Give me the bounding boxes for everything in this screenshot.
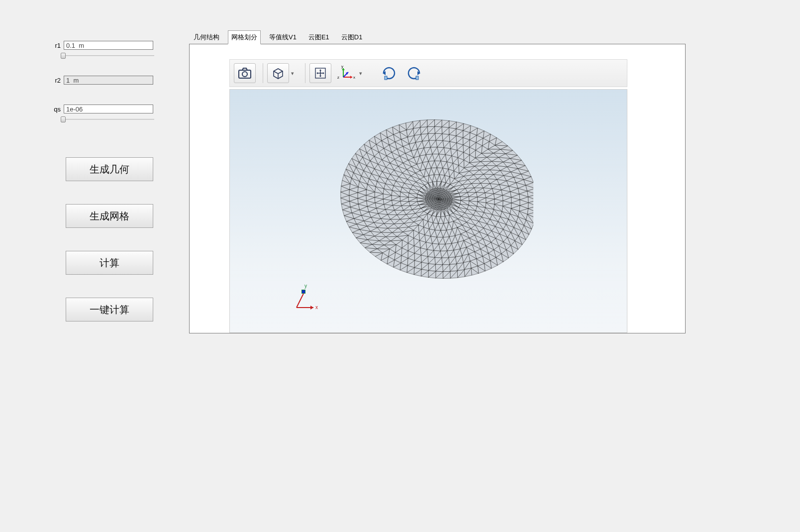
svg-text:z: z <box>337 75 339 80</box>
main-area: 几何结构 网格划分 等值线V1 云图E1 云图D1 <box>189 0 800 532</box>
snapshot-button[interactable] <box>234 63 256 83</box>
view-cube-button[interactable] <box>267 63 289 83</box>
one-click-compute-button[interactable]: 一键计算 <box>66 298 153 321</box>
svg-rect-13 <box>385 76 387 80</box>
svg-text:x: x <box>315 305 318 310</box>
svg-point-1 <box>242 72 247 77</box>
svg-rect-1513 <box>302 290 305 293</box>
axes-dropdown[interactable]: ▾ <box>359 70 367 77</box>
r1-slider[interactable] <box>50 53 154 59</box>
qs-slider[interactable] <box>50 116 154 122</box>
rotate-ccw-icon <box>405 65 422 82</box>
param-row-r1: r1 <box>50 41 189 50</box>
compute-button[interactable]: 计算 <box>66 251 153 275</box>
move-arrows-icon <box>314 67 327 80</box>
mesh-canvas[interactable]: x y <box>229 89 627 333</box>
viewer-toolbar: ▾ x y z <box>229 59 627 87</box>
parameters-panel: r1 r2 qs 生成几何 生成网格 计算 一键计算 <box>0 0 189 532</box>
axes-orientation-icon[interactable]: x y z <box>337 63 357 83</box>
param-label-qs: qs <box>50 106 61 113</box>
param-label-r1: r1 <box>50 42 61 49</box>
tab-contour-d1[interactable]: 云图D1 <box>338 30 366 44</box>
tab-isoline-v1[interactable]: 等值线V1 <box>266 30 300 44</box>
generate-geometry-button[interactable]: 生成几何 <box>66 157 153 181</box>
app-root: r1 r2 qs 生成几何 生成网格 计算 一键计算 几何结构 网格划分 等值线… <box>0 0 800 532</box>
toolbar-separator <box>263 63 263 83</box>
r2-field[interactable] <box>64 76 153 85</box>
generate-mesh-button[interactable]: 生成网格 <box>66 204 153 228</box>
toolbar-separator <box>305 63 305 83</box>
rotate-cw-icon <box>381 65 398 82</box>
param-label-r2: r2 <box>50 77 61 84</box>
svg-rect-15 <box>416 76 418 80</box>
rotate-cw-button[interactable] <box>378 63 400 83</box>
svg-marker-4 <box>350 76 352 79</box>
svg-text:x: x <box>353 75 355 80</box>
tab-contour-e1[interactable]: 云图E1 <box>305 30 333 44</box>
cube-icon <box>272 67 285 79</box>
rotate-ccw-button[interactable] <box>403 63 425 83</box>
viewer-panel: ▾ x y z <box>189 44 686 333</box>
view-cube-dropdown[interactable]: ▾ <box>291 70 299 77</box>
pan-button[interactable] <box>309 63 331 83</box>
svg-text:y: y <box>304 283 307 289</box>
tab-mesh[interactable]: 网格划分 <box>228 30 261 44</box>
axis-indicator-icon: x y <box>290 283 319 318</box>
mesh-visualization <box>324 114 533 304</box>
svg-line-1514 <box>297 294 303 308</box>
tab-geometry[interactable]: 几何结构 <box>190 30 223 44</box>
tab-bar: 几何结构 网格划分 等值线V1 云图E1 云图D1 <box>190 30 686 44</box>
qs-field[interactable] <box>64 105 153 113</box>
param-row-r2: r2 <box>50 76 189 85</box>
svg-marker-1516 <box>310 306 313 310</box>
r1-field[interactable] <box>64 41 153 50</box>
param-row-qs: qs <box>50 105 189 113</box>
svg-text:y: y <box>341 64 343 69</box>
camera-icon <box>238 68 251 79</box>
